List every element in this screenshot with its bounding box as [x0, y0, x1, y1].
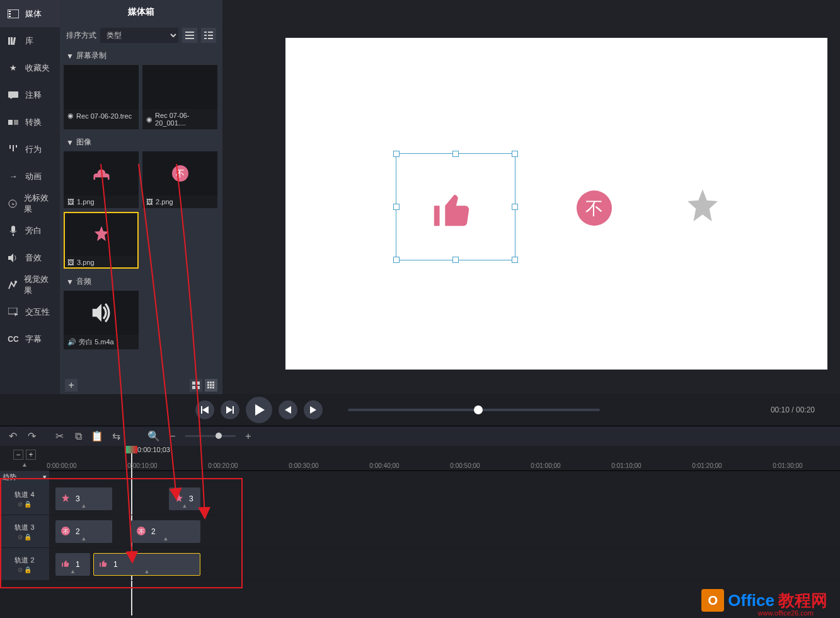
svg-rect-30	[208, 38, 213, 39]
star-outline-icon[interactable]	[682, 186, 723, 226]
step-forward-button[interactable]	[304, 400, 323, 419]
sidebar: 媒体 库 ★ 收藏夹 注释 转换 行为 → 动画 光标效果	[0, 0, 60, 394]
add-media-button[interactable]: +	[65, 379, 78, 392]
svg-rect-39	[210, 382, 212, 383]
svg-rect-1	[9, 11, 11, 12]
timeline-clip[interactable]: 1▲	[55, 553, 90, 576]
paste-button[interactable]: 📋	[91, 430, 103, 443]
svg-rect-6	[13, 37, 16, 44]
thumb-up-icon[interactable]	[427, 189, 478, 233]
zoom-in-button[interactable]: +	[242, 430, 255, 443]
svg-rect-45	[210, 387, 212, 388]
image-icon: 🖼	[146, 198, 153, 206]
timeline-clip[interactable]: 1▲	[93, 553, 200, 576]
redo-button[interactable]: ↷	[25, 430, 38, 443]
svg-text:不: 不	[139, 528, 144, 535]
split-button[interactable]: ⇆	[110, 430, 122, 443]
sort-select[interactable]: 类型	[100, 28, 178, 43]
sidebar-item-annotations[interactable]: 注释	[0, 81, 60, 108]
sidebar-item-interactivity[interactable]: 交互性	[0, 298, 60, 325]
view-detail-button[interactable]	[201, 28, 216, 43]
clip-thumb-icon	[98, 559, 108, 570]
track-content[interactable]: 1▲1▲	[49, 548, 840, 581]
view-thumbnails-button[interactable]	[205, 379, 217, 392]
timeline-clip[interactable]: 不2▲	[131, 520, 200, 543]
sidebar-item-media[interactable]: 媒体	[0, 0, 60, 27]
svg-rect-9	[8, 120, 13, 125]
timeline-ruler[interactable]: 0:00:10;03 0:00:00;000:00:10;000:00:20;0…	[49, 446, 840, 471]
sidebar-item-cursor-effects[interactable]: 光标效果	[0, 190, 60, 217]
timeline-plus-button[interactable]: +	[26, 450, 36, 460]
media-item-rec1[interactable]: ◉Rec 07-06-20.trec	[64, 65, 139, 129]
svg-marker-49	[202, 406, 209, 414]
svg-marker-55	[310, 406, 316, 414]
panel-title: 媒体箱	[60, 0, 222, 24]
svg-rect-40	[212, 382, 214, 383]
svg-rect-34	[192, 382, 195, 385]
track-header[interactable]: 轨道 2⊘🔒	[0, 548, 49, 581]
svg-marker-15	[12, 203, 14, 205]
playhead-time: 0:00:10;03	[137, 446, 170, 453]
sidebar-item-voice[interactable]: 旁白	[0, 217, 60, 244]
mini-track-label[interactable]: 趋势▾	[0, 471, 49, 482]
next-frame-button[interactable]	[221, 400, 239, 419]
section-image[interactable]: ▼ 图像	[60, 133, 222, 151]
zoom-out-button[interactable]: −	[166, 430, 179, 443]
audio-file-icon: 🔊	[67, 338, 76, 346]
svg-rect-25	[204, 32, 207, 33]
svg-rect-2	[9, 13, 11, 15]
timeline-clip[interactable]: 3▲	[55, 487, 112, 510]
library-icon	[8, 35, 19, 47]
ruler-tick: 0:00:10;00	[127, 462, 157, 469]
media-item-img3[interactable]: 🖼3.png	[64, 212, 139, 269]
sidebar-item-transitions[interactable]: 转换	[0, 108, 60, 136]
track-header[interactable]: 轨道 4⊘🔒	[0, 482, 49, 515]
zoom-fit-button[interactable]: 🔍	[147, 430, 160, 443]
play-button[interactable]	[246, 397, 272, 423]
track-row: 轨道 4⊘🔒3▲3▲	[0, 482, 840, 515]
canvas[interactable]: 不	[285, 38, 827, 370]
zoom-slider[interactable]	[185, 435, 236, 437]
svg-rect-41	[207, 384, 209, 386]
media-item-img2[interactable]: 不 🖼2.png	[142, 151, 217, 208]
media-item-img1[interactable]: 🖼1.png	[64, 151, 139, 208]
cut-button[interactable]: ✂	[53, 430, 66, 443]
sidebar-item-label: 库	[25, 35, 33, 47]
timeline-clip[interactable]: 3▲	[169, 487, 200, 510]
media-item-audio1[interactable]: 🔊旁白 5.m4a	[64, 291, 139, 349]
circle-badge-icon[interactable]: 不	[575, 189, 613, 227]
svg-rect-4	[8, 37, 10, 45]
prev-frame-button[interactable]	[195, 400, 214, 419]
view-list-button[interactable]	[182, 28, 197, 43]
svg-rect-29	[204, 38, 207, 39]
track-content[interactable]: 不2▲不2▲	[49, 515, 840, 548]
sidebar-item-label: 光标效果	[24, 192, 52, 215]
media-item-rec2[interactable]: ◉Rec 07-06-20_001....	[142, 65, 217, 129]
seek-slider[interactable]	[348, 409, 600, 411]
view-grid-button[interactable]	[190, 379, 202, 392]
sidebar-item-animations[interactable]: → 动画	[0, 163, 60, 190]
svg-rect-44	[207, 387, 209, 388]
svg-rect-11	[9, 145, 11, 149]
svg-point-19	[14, 281, 17, 283]
sidebar-item-favorites[interactable]: ★ 收藏夹	[0, 54, 60, 81]
sidebar-item-audio-effects[interactable]: 音效	[0, 244, 60, 271]
sidebar-item-captions[interactable]: CC 字幕	[0, 325, 60, 353]
timeline-minus-button[interactable]: −	[13, 450, 23, 460]
section-audio[interactable]: ▼ 音频	[60, 272, 222, 291]
sidebar-item-behaviors[interactable]: 行为	[0, 136, 60, 163]
sidebar-item-label: 音效	[25, 252, 42, 264]
sidebar-item-library[interactable]: 库	[0, 27, 60, 54]
sidebar-item-visual-effects[interactable]: 视觉效果	[0, 271, 60, 298]
sort-label: 排序方式	[66, 30, 96, 41]
chevron-down-icon: ▼	[66, 52, 74, 61]
section-screen-recording[interactable]: ▼ 屏幕录制	[60, 47, 222, 65]
undo-button[interactable]: ↶	[6, 430, 19, 443]
step-back-button[interactable]	[279, 400, 297, 419]
timeline-collapse-icon[interactable]: ▲	[21, 461, 28, 468]
copy-button[interactable]: ⧉	[72, 430, 84, 443]
track-header[interactable]: 轨道 3⊘🔒	[0, 515, 49, 548]
track-content[interactable]: 3▲3▲	[49, 482, 840, 515]
timeline-clip[interactable]: 不2▲	[55, 520, 112, 543]
svg-marker-51	[226, 406, 233, 414]
